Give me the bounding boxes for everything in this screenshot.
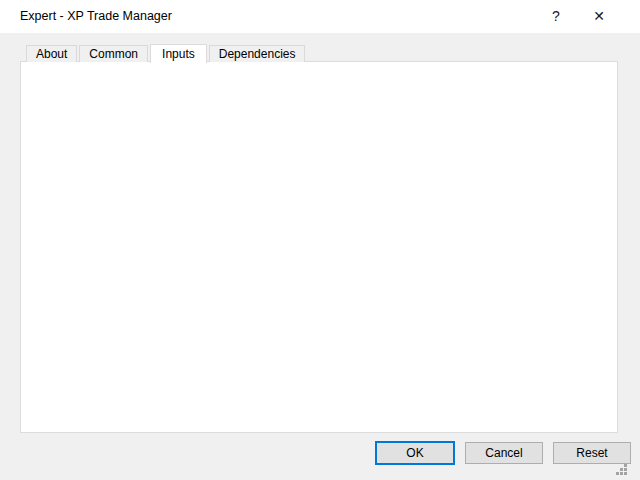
tab-about[interactable]: About (26, 45, 77, 62)
help-icon[interactable]: ? (537, 0, 575, 33)
inputs-tab-page (20, 61, 618, 433)
tab-dependencies[interactable]: Dependencies (209, 45, 306, 62)
resize-grip-icon[interactable] (612, 460, 628, 476)
close-icon[interactable]: ✕ (580, 0, 618, 33)
tab-strip: AboutCommonInputsDependencies (26, 43, 307, 62)
window-title: Expert - XP Trade Manager (20, 0, 172, 33)
tab-inputs[interactable]: Inputs (150, 44, 207, 63)
cancel-button[interactable]: Cancel (465, 442, 543, 464)
ok-button[interactable]: OK (375, 441, 455, 465)
titlebar: Expert - XP Trade Manager ? ✕ (0, 0, 640, 33)
tab-common[interactable]: Common (79, 45, 148, 62)
